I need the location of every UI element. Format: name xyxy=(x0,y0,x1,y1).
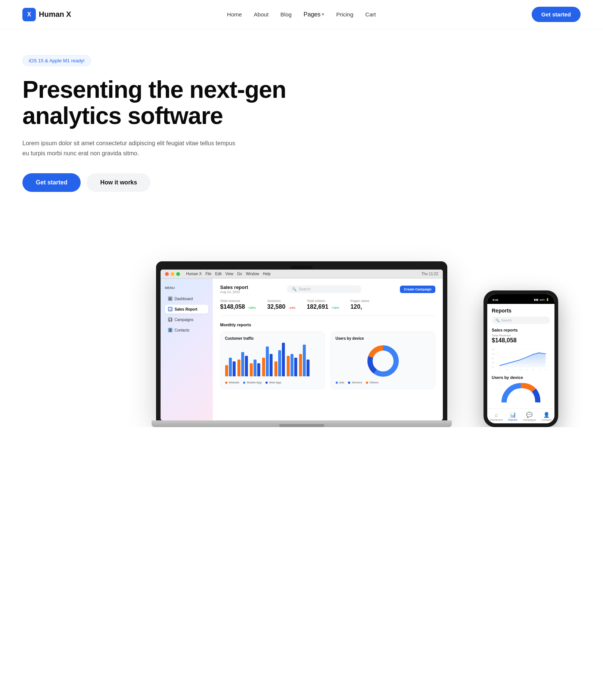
svg-text:9k: 9k xyxy=(492,358,494,360)
phone-line-svg: 15k 12k 9k 6k 3k 15 xyxy=(492,346,550,372)
stat-label-sessions: Sessions xyxy=(267,299,295,303)
bar-group-7 xyxy=(299,345,310,376)
phone-search-placeholder: Search xyxy=(501,318,512,322)
mac-menu-file: File xyxy=(205,272,211,276)
stat-visitors: Total visitors 182,691 +10% xyxy=(307,299,339,310)
legend-dot-others xyxy=(366,382,368,384)
create-campaign-button[interactable]: Create Campaign xyxy=(400,286,435,293)
legend-others: Others xyxy=(366,381,379,384)
hero-section: iOS 15 & Apple M1 ready! Presenting the … xyxy=(0,29,336,199)
legend-dot-webapp xyxy=(265,382,268,384)
phone-nav-dashboard[interactable]: ⌂ Dashboard xyxy=(490,412,503,421)
mac-menu-edit: Edit xyxy=(215,272,221,276)
bar-group-4 xyxy=(262,346,273,376)
bar-orange-4 xyxy=(262,358,265,376)
phone-top-bar: 9:41 ▮▮▮ WiFi 🔋 xyxy=(487,294,554,304)
bar-blue-7 xyxy=(303,345,306,376)
bar-orange-6 xyxy=(287,356,290,376)
nav-links: Home About Blog Pages ▾ Pricing Cart xyxy=(227,11,376,18)
svg-text:20: 20 xyxy=(532,369,534,371)
phone-bottom-nav: ⌂ Dashboard 📊 Reports 💬 Campaigns 👤 xyxy=(487,408,554,423)
customer-traffic-chart: Customer traffic xyxy=(220,332,325,389)
nav-pages-dropdown[interactable]: Pages ▾ xyxy=(304,11,324,18)
dashboard-icon: ⊞ xyxy=(168,296,172,301)
navbar: X Human X Home About Blog Pages ▾ Pricin… xyxy=(0,0,603,29)
svg-text:3k: 3k xyxy=(492,366,494,368)
nav-blog[interactable]: Blog xyxy=(280,11,292,18)
sidebar-item-contacts[interactable]: 👤 Contacts xyxy=(165,326,208,335)
nav-cta-button[interactable]: Get started xyxy=(532,7,581,22)
search-bar[interactable]: 🔍 Search xyxy=(287,285,361,293)
phone-users-by-device-title: Users by device xyxy=(492,375,550,380)
phone-revenue-label: Total Revenue xyxy=(492,334,550,337)
phone-nav-contacts-icon: 👤 xyxy=(543,412,550,418)
main-content: Sales report Aug 24, 2022 🔍 Search Creat… xyxy=(213,279,443,420)
phone-nav-reports-icon: 📊 xyxy=(510,412,516,418)
phone-search-icon: 🔍 xyxy=(495,318,500,322)
bar-darkblue-3 xyxy=(257,363,260,376)
legend-website: Website xyxy=(225,381,240,384)
bar-group-2 xyxy=(237,352,248,376)
nav-cart[interactable]: Cart xyxy=(365,11,376,18)
report-title: Sales report xyxy=(220,284,248,290)
phone-search-bar[interactable]: 🔍 Search xyxy=(492,317,550,324)
laptop-base xyxy=(152,420,452,427)
logo[interactable]: X Human X xyxy=(22,8,71,21)
svg-text:15k: 15k xyxy=(492,349,495,351)
search-icon: 🔍 xyxy=(292,287,296,291)
bar-orange-7 xyxy=(299,354,302,376)
bar-blue-1 xyxy=(229,358,232,376)
bar-darkblue-4 xyxy=(270,354,273,376)
laptop-mockup: Human X File Edit View Go Window Help Th… xyxy=(156,261,447,427)
hero-how-it-works-button[interactable]: How it works xyxy=(87,173,150,192)
mac-close-dot xyxy=(165,272,169,276)
bar-orange-1 xyxy=(225,365,228,376)
devices-container: Human X File Edit View Go Window Help Th… xyxy=(22,218,581,427)
donut-svg xyxy=(366,344,400,378)
svg-text:17: 17 xyxy=(513,369,515,371)
devices-section: Human X File Edit View Go Window Help Th… xyxy=(0,199,603,427)
stats-row: Total revenue $148,058 +20% Sessions xyxy=(220,299,435,316)
stat-label-pageviews: Pages views xyxy=(350,299,369,303)
phone-body: 9:41 ▮▮▮ WiFi 🔋 Reports 🔍 Search xyxy=(484,290,558,427)
phone-nav-contacts[interactable]: 👤 Contacts xyxy=(541,412,552,421)
legend-ads: Ads xyxy=(336,381,345,384)
phone-status-icons: ▮▮▮ WiFi 🔋 xyxy=(534,298,549,301)
sidebar-item-dashboard[interactable]: ⊞ Dashboard xyxy=(165,294,208,303)
customer-traffic-title: Customer traffic xyxy=(225,336,320,340)
bar-chart xyxy=(225,344,320,378)
mac-toolbar: Human X File Edit View Go Window Help Th… xyxy=(161,270,443,279)
svg-text:18: 18 xyxy=(519,369,521,371)
sidebar-item-campaigns[interactable]: 📢 Campaigns xyxy=(165,315,208,324)
phone-nav-campaigns[interactable]: 💬 Campaigns xyxy=(523,412,536,421)
bar-darkblue-5 xyxy=(282,343,285,376)
legend-webapp: Web App xyxy=(265,381,281,384)
legend-dot-mobileapp xyxy=(243,382,245,384)
donut-chart-container xyxy=(336,344,431,378)
bar-blue-4 xyxy=(266,346,269,376)
hero-get-started-button[interactable]: Get started xyxy=(22,173,81,192)
logo-name: Human X xyxy=(39,10,71,19)
nav-about[interactable]: About xyxy=(254,11,268,18)
bar-blue-3 xyxy=(254,360,257,376)
phone-notch xyxy=(505,296,528,302)
svg-text:16: 16 xyxy=(506,369,508,371)
phone-nav-reports[interactable]: 📊 Reports xyxy=(508,412,517,421)
phone-nav-campaigns-icon: 💬 xyxy=(526,412,532,418)
bar-blue-5 xyxy=(278,350,281,376)
campaigns-icon: 📢 xyxy=(168,317,172,322)
sidebar-item-sales-report[interactable]: 📊 Sales Report xyxy=(165,305,208,314)
nav-home[interactable]: Home xyxy=(227,11,242,18)
mac-menu-go: Go xyxy=(237,272,242,276)
donut-chart-legend: Ads Servers Others xyxy=(336,381,431,384)
mac-menu-window: Window xyxy=(246,272,259,276)
users-by-device-title: Users by device xyxy=(336,336,431,340)
mac-menu-app: Human X xyxy=(186,272,202,276)
signal-icon: ▮▮▮ xyxy=(534,298,538,301)
dashboard-layout: Menu ⊞ Dashboard 📊 Sales Report 📢 xyxy=(161,279,443,420)
nav-pricing[interactable]: Pricing xyxy=(336,11,353,18)
svg-text:12k: 12k xyxy=(492,353,495,355)
phone-mockup: 9:41 ▮▮▮ WiFi 🔋 Reports 🔍 Search xyxy=(484,290,558,427)
bar-group-3 xyxy=(250,360,260,376)
phone-time: 9:41 xyxy=(492,298,498,302)
